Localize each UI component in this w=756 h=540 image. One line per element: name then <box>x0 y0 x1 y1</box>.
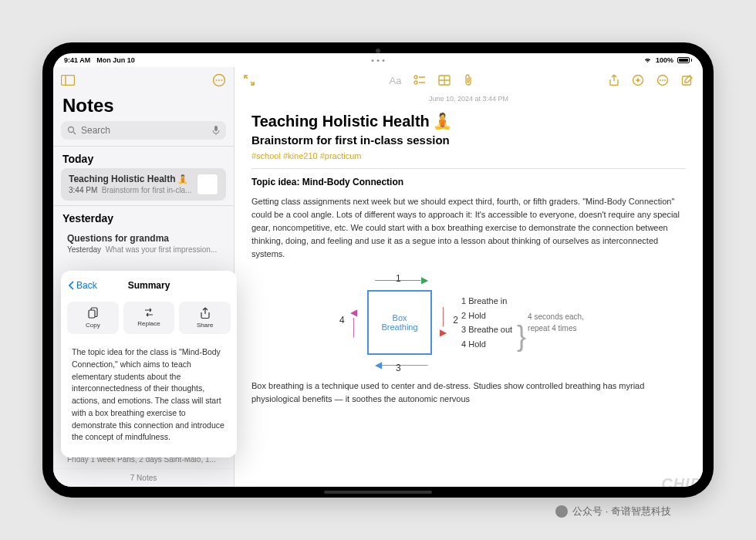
sidebar-toggle-icon[interactable] <box>61 75 75 86</box>
replace-icon <box>143 307 155 318</box>
svg-rect-9 <box>89 310 95 318</box>
note-list-item[interactable]: Teaching Holistic Health🧘 3:44 PM Brains… <box>61 168 226 201</box>
wifi-icon <box>643 57 652 63</box>
note-title: Teaching Holistic Health🧘 <box>251 112 686 130</box>
emoji-icon: 🧘 <box>433 112 452 130</box>
summary-text: The topic idea for the class is "Mind-Bo… <box>61 339 237 451</box>
note-editor: Aa June 10, 2024 at 3:44 PM Teaching Hol <box>235 67 703 487</box>
popover-title: Summary <box>128 280 170 291</box>
svg-point-4 <box>218 79 220 81</box>
note-count: 7 Notes <box>53 468 234 487</box>
box-breathing-sketch: ───────▶ 1 ───▶ 2 ◀─────── 3 ◀─── 4 BoxB… <box>251 270 686 380</box>
chip-watermark: CHIP <box>661 475 701 493</box>
svg-rect-8 <box>214 126 218 131</box>
note-list-item[interactable]: Questions for grandma Yesterday What was… <box>53 228 234 259</box>
svg-point-19 <box>660 79 661 81</box>
back-button[interactable]: Back <box>69 280 97 291</box>
paragraph: Box breathing is a technique used to cen… <box>251 380 686 406</box>
more-icon[interactable] <box>656 74 669 86</box>
search-box[interactable] <box>61 121 226 140</box>
svg-point-6 <box>69 127 74 133</box>
ai-icon[interactable] <box>632 74 644 86</box>
sidebar: Notes Today Teaching Holistic Health🧘 3:… <box>53 67 235 487</box>
format-icon[interactable]: Aa <box>390 75 402 86</box>
home-indicator[interactable] <box>324 491 432 494</box>
section-today: Today <box>53 147 234 168</box>
status-date: Mon Jun 10 <box>96 56 135 64</box>
share-button[interactable]: Share <box>179 302 231 334</box>
more-options-icon[interactable] <box>212 73 226 87</box>
battery-icon <box>677 57 692 63</box>
svg-point-21 <box>664 79 666 81</box>
section-heading: Topic idea: Mind-Body Connection <box>251 177 686 187</box>
note-subtitle: Brainstorm for first in-class session <box>251 133 686 147</box>
status-time: 9:41 AM <box>64 56 90 64</box>
search-input[interactable] <box>81 125 208 136</box>
svg-point-12 <box>414 81 417 84</box>
status-bar: 9:41 AM Mon Jun 10 100% <box>53 53 703 67</box>
share-icon <box>200 307 211 319</box>
svg-point-5 <box>221 79 223 81</box>
replace-button[interactable]: Replace <box>123 302 175 334</box>
note-body[interactable]: Teaching Holistic Health🧘 Brainstorm for… <box>235 104 703 487</box>
summary-popover: Back Summary Copy Replace <box>61 271 237 457</box>
note-thumbnail <box>197 174 218 195</box>
battery-percent: 100% <box>656 56 673 64</box>
wechat-icon <box>555 505 568 518</box>
copy-icon <box>87 307 99 319</box>
note-tags[interactable]: #school #kine210 #practicum <box>251 151 686 160</box>
paragraph: Getting class assignments next week but … <box>251 195 686 261</box>
checklist-icon[interactable] <box>413 75 426 86</box>
attachment-icon[interactable] <box>463 74 474 86</box>
compose-icon[interactable] <box>681 74 694 86</box>
chevron-left-icon <box>69 281 75 290</box>
sidebar-title: Notes <box>53 93 234 121</box>
source-overlay: 公众号 · 奇谱智慧科技 <box>555 505 671 518</box>
mic-icon[interactable] <box>212 125 220 136</box>
svg-point-20 <box>662 79 663 81</box>
table-icon[interactable] <box>438 75 451 86</box>
note-timestamp: June 10, 2024 at 3:44 PM <box>235 93 703 104</box>
svg-point-10 <box>414 76 417 79</box>
svg-rect-0 <box>62 76 75 86</box>
copy-button[interactable]: Copy <box>67 302 119 334</box>
share-note-icon[interactable] <box>609 74 619 86</box>
expand-icon[interactable] <box>244 75 255 86</box>
multitask-dots[interactable] <box>372 59 385 62</box>
svg-point-3 <box>216 79 218 81</box>
section-yesterday: Yesterday <box>53 206 234 228</box>
emoji-icon: 🧘 <box>177 174 188 184</box>
svg-line-7 <box>73 132 76 134</box>
search-icon <box>67 126 76 135</box>
